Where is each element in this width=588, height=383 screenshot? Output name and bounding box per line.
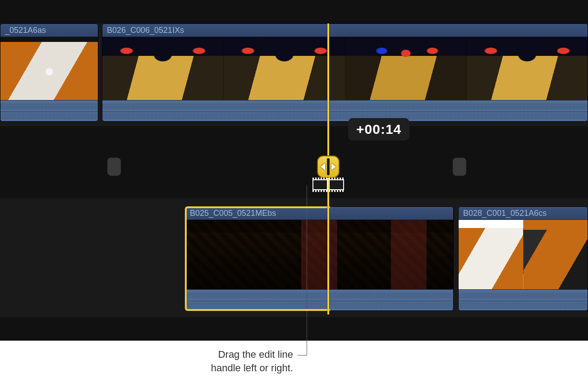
clip-thumbnail [102, 37, 224, 100]
roll-edit-cursor-icon [312, 179, 345, 190]
timeline-gutter-bottom [0, 317, 588, 341]
clip-thumbnail [524, 220, 588, 289]
clip-audio-waveform[interactable] [185, 289, 453, 311]
clip-thumbnail [0, 37, 98, 100]
clip-top-1[interactable]: _0521A6as [0, 23, 98, 122]
clip-title: B025_C005_0521MEbs [185, 207, 453, 220]
clip-thumbnail [364, 220, 453, 289]
chevron-right-icon [331, 163, 336, 170]
clip-bottom-2[interactable]: B028_C001_0521A6cs [458, 206, 588, 311]
gap-handle[interactable] [453, 158, 466, 176]
gap-handle[interactable] [107, 158, 121, 176]
clip-title: B028_C001_0521A6cs [459, 207, 588, 220]
timeline-gutter-top [0, 0, 588, 23]
chevron-left-icon [321, 163, 325, 170]
clip-title: _0521A6as [0, 24, 98, 37]
clip-top-2[interactable]: B026_C006_0521IXs [102, 23, 588, 122]
clip-audio-waveform[interactable] [102, 100, 588, 122]
edit-line-handle[interactable] [317, 155, 340, 178]
clip-thumbnail [467, 37, 588, 100]
clip-thumbnail [185, 220, 275, 289]
caption-text: Drag the edit line handle left or right. [171, 348, 293, 374]
caption-leader-line [307, 185, 307, 356]
time-delta-readout: +00:14 [348, 118, 409, 141]
figure-caption-area: Drag the edit line handle left or right. [0, 341, 588, 383]
clip-thumbnail [345, 37, 467, 100]
clip-thumbnail [459, 220, 524, 289]
caption-leader-line [298, 355, 307, 356]
clip-title: B026_C006_0521IXs [102, 24, 588, 37]
clip-audio-waveform[interactable] [459, 289, 588, 311]
clip-bottom-1[interactable]: B025_C005_0521MEbs [185, 206, 454, 311]
timeline[interactable]: _0521A6as B026_C006_0521IXs B025_C005_05… [0, 0, 588, 341]
clip-thumbnail [275, 220, 364, 289]
timeline-gutter-mid [0, 126, 588, 198]
clip-audio-waveform[interactable] [0, 100, 98, 122]
